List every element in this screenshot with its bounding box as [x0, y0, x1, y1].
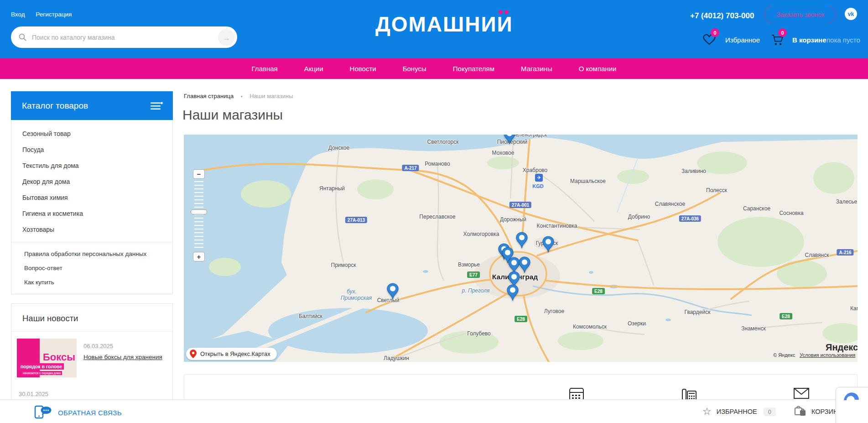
- news-thumbnail[interactable]: Боксы порядок в голове начинается с поря…: [17, 339, 77, 377]
- search-icon: [19, 33, 26, 41]
- yandex-logo[interactable]: Яндекс: [826, 342, 858, 353]
- news-date: 06.03.2025: [83, 343, 162, 350]
- news-title: Наши новости: [11, 304, 172, 332]
- favorites-link[interactable]: Избранное: [725, 36, 760, 44]
- nav-item[interactable]: Бонусы: [403, 65, 426, 73]
- login-link[interactable]: Вход: [11, 11, 25, 18]
- logo-last-letter: И: [497, 12, 513, 37]
- map-terms-link[interactable]: Условия использования: [800, 352, 855, 358]
- favorites-star-icon[interactable]: ☆: [702, 406, 712, 418]
- logo-dot: [504, 10, 509, 14]
- info-link[interactable]: Вопрос-ответ: [11, 261, 172, 275]
- catalog-header[interactable]: Каталог товаров: [11, 91, 173, 120]
- catalog-body: Сезонный товарПосудаТекстиль для домаДек…: [11, 120, 173, 294]
- header-phone[interactable]: +7 (4012) 703-000: [690, 11, 754, 21]
- thumb-title: Боксы: [43, 351, 75, 363]
- breadcrumb-current: Наши магазины: [249, 93, 293, 99]
- store-map-pin[interactable]: [516, 232, 528, 248]
- catalog-item[interactable]: Посуда: [11, 141, 172, 157]
- feedback-icon: [34, 405, 52, 421]
- catalog-item[interactable]: Сезонный товар: [11, 125, 172, 141]
- open-map-label: Открыть в Яндекс.Картах: [200, 350, 270, 357]
- nav-item[interactable]: Магазины: [521, 65, 552, 73]
- cart-empty-status: пока пусто: [826, 36, 860, 44]
- nav-item[interactable]: Главная: [252, 65, 278, 73]
- store-map-pin[interactable]: [387, 283, 399, 299]
- thumb-caption: начинается с порядка дома: [21, 371, 62, 375]
- site-logo[interactable]: ДОМАШНИИ: [375, 12, 513, 37]
- store-map-pin[interactable]: [542, 236, 554, 252]
- recaptcha-icon: [842, 390, 860, 402]
- nav-item[interactable]: Акции: [304, 65, 323, 73]
- main-nav: ГлавнаяАкцииНовостиБонусыПокупателямМага…: [0, 58, 868, 79]
- catalog-item[interactable]: Бытовая химия: [11, 189, 172, 205]
- catalog-list: Сезонный товарПосудаТекстиль для домаДек…: [11, 125, 172, 237]
- nav-item[interactable]: О компании: [579, 65, 617, 73]
- auth-links: Вход Регистрация: [11, 11, 81, 18]
- bottom-bar: ОБРАТНАЯ СВЯЗЬ ☆ ИЗБРАННОЕ 0 КОРЗИНА 0: [0, 399, 868, 423]
- map-attribution: © ЯндексУсловия использования: [773, 352, 855, 358]
- bottom-favorites-link[interactable]: ИЗБРАННОЕ: [717, 408, 757, 415]
- search-box: →: [11, 26, 237, 48]
- news-date: 30.01.2025: [19, 391, 48, 397]
- search-input[interactable]: [31, 33, 218, 42]
- catalog-item[interactable]: Декор для дома: [11, 173, 172, 189]
- page-title: Наши магазины: [182, 107, 283, 123]
- thumb-band: порядок в голове: [19, 363, 64, 370]
- catalog-title: Каталог товаров: [22, 101, 88, 111]
- bottom-favorites-count: 0: [764, 407, 776, 416]
- news-item: Боксы порядок в голове начинается с поря…: [11, 332, 172, 377]
- zoom-in-button[interactable]: +: [193, 252, 205, 261]
- feedback-label: ОБРАТНАЯ СВЯЗЬ: [58, 409, 122, 417]
- map-pins-layer: [184, 135, 858, 362]
- breadcrumb-home[interactable]: Главная страница: [184, 93, 234, 99]
- info-link[interactable]: Как купить: [11, 275, 172, 289]
- store-map-pin[interactable]: [519, 256, 530, 273]
- bag-icon[interactable]: [794, 405, 806, 418]
- catalog-item[interactable]: Текстиль для дома: [11, 157, 172, 173]
- news-link[interactable]: Новые боксы для хранения: [83, 353, 162, 361]
- vk-icon[interactable]: vk: [845, 8, 857, 20]
- register-link[interactable]: Регистрация: [36, 11, 72, 18]
- main-nav-list: ГлавнаяАкцииНовостиБонусыПокупателямМага…: [0, 58, 868, 79]
- logo-dot: [499, 10, 503, 14]
- zoom-slider-handle[interactable]: [191, 209, 207, 214]
- zoom-slider-track[interactable]: [194, 181, 203, 250]
- nav-item[interactable]: Новости: [350, 65, 376, 73]
- cart-link[interactable]: В корзине: [792, 36, 826, 44]
- favorites-count-badge: 0: [711, 28, 719, 37]
- logo-text: ДОМАШНИ: [375, 12, 497, 36]
- store-map-pin[interactable]: [507, 284, 519, 301]
- divider: [11, 242, 172, 242]
- open-in-yandex-maps-button[interactable]: Открыть в Яндекс.Картах: [186, 348, 277, 360]
- callback-button[interactable]: Заказать звонок: [764, 6, 836, 23]
- recaptcha-badge[interactable]: [836, 387, 868, 423]
- hamburger-icon[interactable]: [151, 102, 163, 112]
- store-map-pin[interactable]: [504, 135, 515, 144]
- breadcrumb: Главная страница • Наши магазины: [184, 93, 293, 99]
- breadcrumb-separator: •: [241, 94, 243, 99]
- stores-map[interactable]: ЗеленоградскДонскоеСветлогорскПионерский…: [184, 135, 858, 362]
- cart-count-badge: 0: [778, 28, 787, 37]
- nav-item[interactable]: Покупателям: [453, 65, 494, 73]
- catalog-item[interactable]: Хозтовары: [11, 221, 172, 237]
- map-copyright: © Яндекс: [773, 352, 795, 358]
- yandex-pin-icon: [190, 350, 197, 358]
- info-links-list: Правила обработки персональных данныхВоп…: [11, 247, 172, 289]
- header: Вход Регистрация → ДОМАШНИИ +7 (4012) 70…: [0, 0, 868, 58]
- feedback-button[interactable]: ОБРАТНАЯ СВЯЗЬ: [34, 405, 122, 421]
- catalog-panel: Каталог товаров Сезонный товарПосудаТекс…: [11, 91, 173, 294]
- search-submit-button[interactable]: →: [218, 29, 234, 46]
- info-link[interactable]: Правила обработки персональных данных: [11, 247, 172, 261]
- zoom-out-button[interactable]: −: [193, 169, 205, 179]
- catalog-item[interactable]: Гигиена и косметика: [11, 205, 172, 221]
